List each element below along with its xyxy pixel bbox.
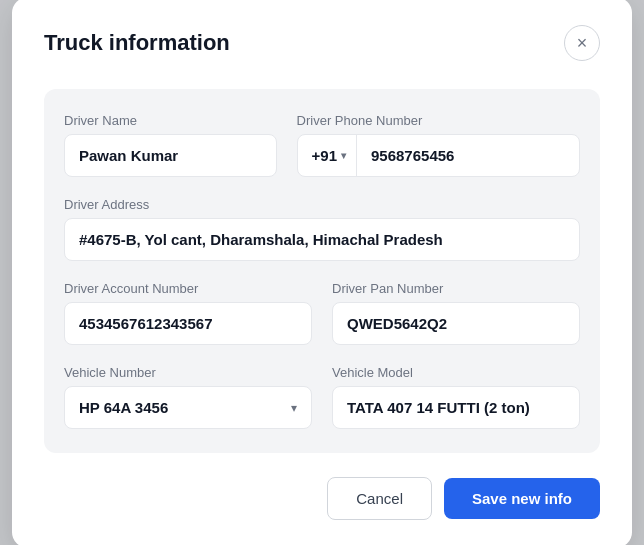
- phone-prefix-value: +91: [312, 147, 337, 164]
- driver-address-label: Driver Address: [64, 197, 580, 212]
- modal-title: Truck information: [44, 30, 230, 56]
- vehicle-number-input[interactable]: [79, 399, 291, 416]
- vehicle-number-label: Vehicle Number: [64, 365, 312, 380]
- vehicle-dropdown-icon[interactable]: ▾: [291, 401, 297, 415]
- driver-account-label: Driver Account Number: [64, 281, 312, 296]
- modal-footer: Cancel Save new info: [44, 477, 600, 520]
- driver-phone-group: Driver Phone Number +91 ▾: [297, 113, 580, 177]
- close-icon: ×: [577, 34, 588, 52]
- form-row-1: Driver Name Driver Phone Number +91 ▾: [64, 113, 580, 177]
- modal-header: Truck information ×: [44, 25, 600, 61]
- driver-account-input[interactable]: [64, 302, 312, 345]
- driver-phone-label: Driver Phone Number: [297, 113, 580, 128]
- form-row-2: Driver Address: [64, 197, 580, 261]
- vehicle-model-group: Vehicle Model: [332, 365, 580, 429]
- phone-group: +91 ▾: [297, 134, 580, 177]
- save-button[interactable]: Save new info: [444, 478, 600, 519]
- vehicle-model-label: Vehicle Model: [332, 365, 580, 380]
- driver-name-input[interactable]: [64, 134, 277, 177]
- vehicle-model-input[interactable]: [332, 386, 580, 429]
- driver-name-group: Driver Name: [64, 113, 277, 177]
- vehicle-number-group: Vehicle Number ▾: [64, 365, 312, 429]
- form-body: Driver Name Driver Phone Number +91 ▾: [44, 89, 600, 453]
- vehicle-number-wrapper: ▾: [64, 386, 312, 429]
- driver-pan-label: Driver Pan Number: [332, 281, 580, 296]
- form-row-4: Vehicle Number ▾ Vehicle Model: [64, 365, 580, 429]
- close-button[interactable]: ×: [564, 25, 600, 61]
- driver-address-group: Driver Address: [64, 197, 580, 261]
- phone-chevron-icon: ▾: [341, 150, 346, 161]
- modal-overlay: Truck information × Driver Name Driver P…: [0, 0, 644, 545]
- driver-address-input[interactable]: [64, 218, 580, 261]
- driver-name-label: Driver Name: [64, 113, 277, 128]
- driver-account-group: Driver Account Number: [64, 281, 312, 345]
- driver-pan-group: Driver Pan Number: [332, 281, 580, 345]
- phone-number-input[interactable]: [357, 135, 579, 176]
- driver-pan-input[interactable]: [332, 302, 580, 345]
- truck-info-modal: Truck information × Driver Name Driver P…: [12, 0, 632, 545]
- form-row-3: Driver Account Number Driver Pan Number: [64, 281, 580, 345]
- cancel-button[interactable]: Cancel: [327, 477, 432, 520]
- phone-prefix[interactable]: +91 ▾: [298, 135, 357, 176]
